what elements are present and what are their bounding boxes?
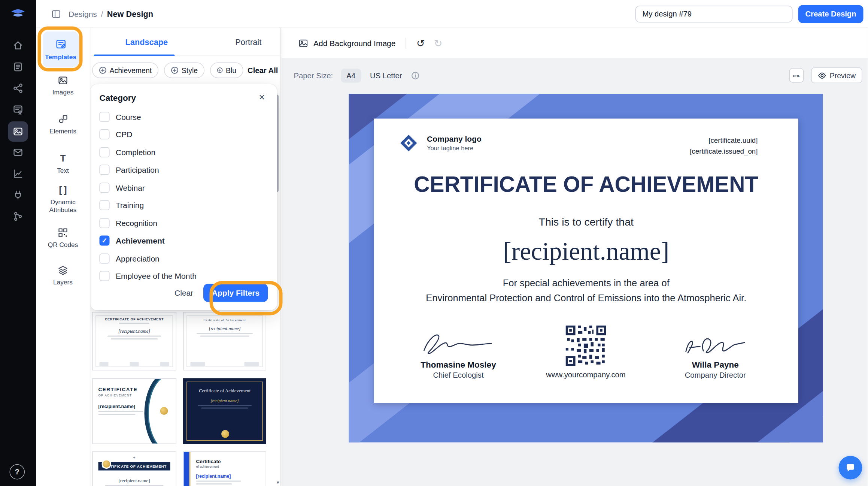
certificate-logo-block[interactable]: Company logo Your tagline here: [400, 135, 482, 151]
checkbox[interactable]: [100, 182, 110, 193]
clear-all-filters[interactable]: Clear All: [248, 66, 278, 75]
description-line-1[interactable]: For special achievements in the area of: [374, 278, 798, 289]
popup-title: Category: [100, 93, 136, 102]
plug-icon[interactable]: [12, 190, 24, 201]
gold-medal: [102, 459, 112, 469]
template-thumbnail-2[interactable]: Certificate of Achievement [recipient.na…: [183, 312, 266, 371]
breadcrumb-designs[interactable]: Designs: [69, 9, 97, 18]
sidebar-toggle-icon[interactable]: [52, 9, 61, 18]
checkbox[interactable]: [100, 129, 110, 139]
preview-button[interactable]: Preview: [811, 67, 862, 83]
sidebar-item-qr-codes[interactable]: QR Codes: [36, 227, 90, 249]
home-icon[interactable]: [12, 40, 24, 51]
branch-icon[interactable]: [12, 211, 24, 222]
recipient-name-placeholder[interactable]: [recipient.name]: [374, 237, 798, 266]
circle-plus-icon: [217, 66, 223, 74]
tab-landscape[interactable]: Landscape: [125, 37, 168, 46]
mail-icon[interactable]: [12, 147, 24, 158]
images-sidebar-icon[interactable]: [8, 121, 28, 142]
signature-right-icon: [682, 332, 749, 358]
sidebar-item-images[interactable]: Images: [36, 75, 90, 97]
qr-icon: [57, 227, 69, 238]
circle-plus-icon: [171, 66, 179, 74]
chat-widget-button[interactable]: [839, 456, 862, 479]
company-tagline: Your tagline here: [427, 145, 482, 151]
checkbox[interactable]: [100, 112, 110, 122]
category-option-appreciation[interactable]: Appreciation: [100, 250, 268, 267]
signature-block-right[interactable]: Willa Payne Company Director: [652, 332, 779, 380]
checkbox-checked[interactable]: [100, 236, 110, 246]
template-thumbnail-1[interactable]: CERTIFICATE OF ACHIEVEMENT [recipient.na…: [92, 312, 176, 371]
share-nodes-icon[interactable]: [12, 83, 24, 94]
certificate-canvas[interactable]: Company logo Your tagline here [certific…: [349, 94, 823, 443]
category-option-cpd[interactable]: CPD: [100, 126, 268, 143]
category-option-training[interactable]: Training: [100, 196, 268, 214]
paper-size-us-letter[interactable]: US Letter: [370, 71, 402, 80]
paper-size-label: Paper Size:: [294, 71, 333, 80]
app-logo-icon[interactable]: [10, 6, 26, 21]
add-background-image-button[interactable]: Add Background Image: [298, 38, 396, 48]
certificate-uuid: [certificate.uuid]: [690, 136, 758, 147]
template-thumbnail-4[interactable]: Certificate of Achievement [recipient.na…: [183, 378, 266, 444]
certificate-meta[interactable]: [certificate.uuid] [certificate.issued_o…: [690, 136, 758, 157]
signer-left-title: Chief Ecologist: [397, 371, 520, 380]
template-thumbnail-5[interactable]: ◆ CERTIFICATE OF ACHIEVEMENT [recipient.…: [92, 452, 176, 486]
signer-right-title: Company Director: [652, 371, 779, 380]
checkbox[interactable]: [100, 147, 110, 157]
signer-left-name: Thomasine Mosley: [397, 360, 520, 369]
brackets-icon: [ ]: [59, 184, 67, 196]
checkbox[interactable]: [100, 271, 110, 281]
active-tab-underline: [94, 55, 175, 57]
checkbox[interactable]: [100, 218, 110, 228]
signature-block-left[interactable]: Thomasine Mosley Chief Ecologist: [397, 329, 520, 380]
scroll-down-icon[interactable]: ▾: [277, 479, 279, 485]
sidebar-item-elements[interactable]: Elements: [36, 114, 90, 135]
gold-seal: [160, 407, 168, 415]
analytics-icon[interactable]: [12, 168, 24, 179]
template-thumbnail-3[interactable]: CERTIFICATE OF ACHIEVEMENT [recipient.na…: [92, 378, 176, 444]
category-option-completion[interactable]: Completion: [100, 144, 268, 161]
certificate-icon[interactable]: [12, 104, 24, 115]
help-icon[interactable]: ?: [10, 464, 25, 480]
category-option-webinar[interactable]: Webinar: [100, 179, 268, 196]
create-design-button[interactable]: Create Design: [798, 5, 864, 23]
document-icon[interactable]: [12, 61, 24, 73]
tab-portrait[interactable]: Portrait: [235, 37, 261, 46]
clear-filters-link[interactable]: Clear: [174, 289, 193, 298]
description-line-2[interactable]: Environmental Protection and Control of …: [374, 293, 798, 304]
redo-icon[interactable]: ↻: [434, 37, 443, 49]
certify-line[interactable]: This is to certify that: [374, 216, 798, 228]
close-icon[interactable]: ✕: [256, 92, 268, 103]
category-option-course[interactable]: Course: [100, 108, 268, 126]
category-option-employee-of-the-month[interactable]: Employee of the Month: [100, 267, 268, 285]
nav-panel: Templates Images Elements T Text [ ] Dyn…: [36, 28, 90, 486]
qr-block[interactable]: www.yourcompany.com: [524, 326, 648, 379]
design-name-input[interactable]: [635, 5, 792, 22]
templates-icon: [55, 38, 67, 50]
info-icon[interactable]: [411, 71, 420, 80]
checkbox[interactable]: [100, 165, 110, 175]
filter-chip-blue[interactable]: Blu: [210, 63, 243, 78]
template-thumbnail-6[interactable]: Certificate of achievement [recipient.na…: [183, 452, 266, 486]
sidebar-item-text[interactable]: T Text: [36, 153, 90, 175]
filter-chip-style[interactable]: Style: [164, 63, 204, 78]
category-option-achievement[interactable]: Achievement: [100, 232, 268, 250]
certificate-card[interactable]: Company logo Your tagline here [certific…: [374, 119, 798, 403]
pdf-export-button[interactable]: PDF: [789, 68, 804, 83]
checkbox[interactable]: [100, 253, 110, 263]
certificate-title[interactable]: CERTIFICATE OF ACHIEVEMENT: [374, 172, 798, 197]
paper-size-row: Paper Size: A4 US Letter PDF Preview: [282, 67, 868, 84]
sidebar-item-layers[interactable]: Layers: [36, 265, 90, 287]
sidebar-item-dynamic-attributes[interactable]: [ ] Dynamic Attributes: [36, 184, 90, 214]
checkbox[interactable]: [100, 200, 110, 210]
sidebar-item-templates[interactable]: Templates: [43, 31, 79, 67]
apply-filters-button[interactable]: Apply Filters: [203, 284, 268, 302]
category-option-recognition[interactable]: Recognition: [100, 214, 268, 232]
paper-size-a4[interactable]: A4: [341, 68, 361, 82]
gold-seal: [221, 430, 229, 438]
category-option-participation[interactable]: Participation: [100, 161, 268, 179]
canvas-toolbar: Add Background Image ↺ ↻: [282, 28, 868, 58]
undo-icon[interactable]: ↺: [416, 37, 425, 49]
filter-chip-achievement[interactable]: Achievement: [92, 63, 158, 78]
company-logo-title: Company logo: [427, 135, 482, 144]
